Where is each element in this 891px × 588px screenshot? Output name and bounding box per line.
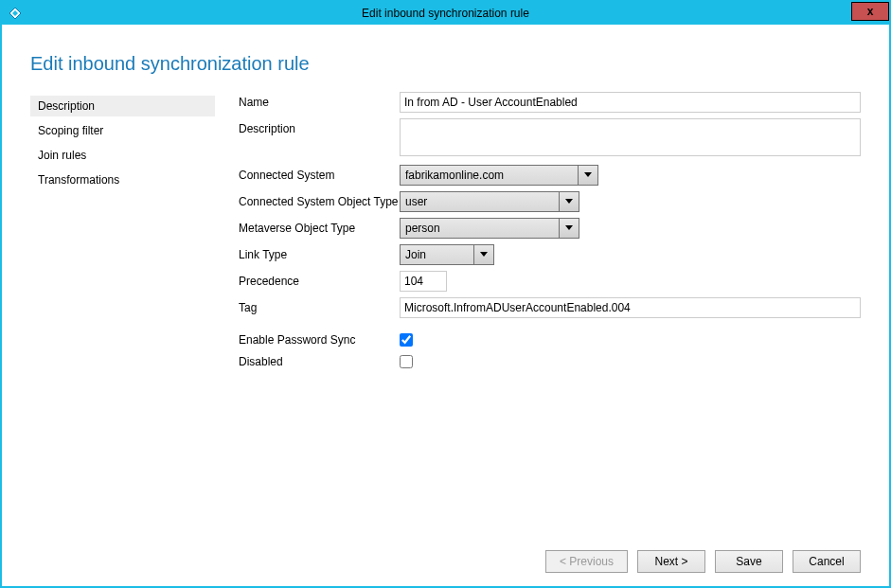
label-link-type: Link Type bbox=[239, 244, 400, 261]
close-icon: x bbox=[867, 5, 874, 18]
sidebar-item-join-rules[interactable]: Join rules bbox=[30, 145, 215, 166]
chevron-down-icon bbox=[560, 219, 579, 238]
link-type-value: Join bbox=[401, 245, 474, 264]
sidebar-item-label: Scoping filter bbox=[38, 124, 103, 137]
connected-system-value: fabrikamonline.com bbox=[401, 166, 579, 185]
label-enable-password-sync: Enable Password Sync bbox=[239, 330, 400, 347]
enable-password-sync-checkbox[interactable] bbox=[400, 333, 413, 347]
form-area: Name Description Connected System bbox=[215, 92, 861, 541]
sidebar-item-label: Join rules bbox=[38, 149, 86, 162]
mv-object-type-value: person bbox=[401, 219, 560, 238]
svg-marker-3 bbox=[565, 199, 573, 204]
footer: < Previous Next > Save Cancel bbox=[30, 541, 861, 573]
svg-marker-5 bbox=[480, 252, 488, 257]
sidebar: Description Scoping filter Join rules Tr… bbox=[30, 92, 215, 541]
label-tag: Tag bbox=[239, 297, 400, 314]
cs-object-type-value: user bbox=[401, 192, 560, 211]
app-icon bbox=[8, 6, 23, 21]
window-title: Edit inbound synchronization rule bbox=[2, 7, 889, 20]
close-button[interactable]: x bbox=[851, 2, 889, 21]
svg-marker-4 bbox=[565, 225, 573, 230]
sidebar-item-scoping-filter[interactable]: Scoping filter bbox=[30, 120, 215, 141]
page-title: Edit inbound synchronization rule bbox=[30, 53, 861, 75]
label-precedence: Precedence bbox=[239, 271, 400, 288]
sidebar-item-description[interactable]: Description bbox=[30, 96, 215, 116]
cs-object-type-select[interactable]: user bbox=[400, 191, 579, 212]
titlebar: Edit inbound synchronization rule x bbox=[2, 2, 889, 25]
chevron-down-icon bbox=[560, 192, 579, 211]
label-mv-object-type: Metaverse Object Type bbox=[239, 218, 400, 235]
name-input[interactable] bbox=[400, 92, 861, 113]
link-type-select[interactable]: Join bbox=[400, 244, 494, 265]
chevron-down-icon bbox=[579, 166, 597, 185]
save-button[interactable]: Save bbox=[715, 550, 783, 573]
previous-button[interactable]: < Previous bbox=[545, 550, 628, 573]
precedence-input[interactable] bbox=[400, 271, 447, 292]
chevron-down-icon bbox=[474, 245, 493, 264]
content-area: Edit inbound synchronization rule Descri… bbox=[2, 25, 889, 586]
cancel-button[interactable]: Cancel bbox=[793, 550, 861, 573]
mv-object-type-select[interactable]: person bbox=[400, 218, 579, 239]
label-description: Description bbox=[239, 118, 400, 135]
description-textarea[interactable] bbox=[400, 118, 861, 156]
sidebar-item-transformations[interactable]: Transformations bbox=[30, 169, 215, 190]
tag-input[interactable] bbox=[400, 297, 861, 318]
sidebar-item-label: Description bbox=[38, 99, 95, 113]
next-button[interactable]: Next > bbox=[637, 550, 705, 573]
dialog-window: Edit inbound synchronization rule x Edit… bbox=[0, 0, 891, 588]
label-cs-object-type: Connected System Object Type bbox=[239, 191, 400, 208]
disabled-checkbox[interactable] bbox=[400, 355, 413, 368]
body-row: Description Scoping filter Join rules Tr… bbox=[30, 92, 861, 541]
svg-marker-2 bbox=[584, 172, 592, 177]
sidebar-item-label: Transformations bbox=[38, 173, 119, 187]
label-name: Name bbox=[239, 92, 400, 109]
label-connected-system: Connected System bbox=[239, 165, 400, 182]
connected-system-select[interactable]: fabrikamonline.com bbox=[400, 165, 598, 186]
label-disabled: Disabled bbox=[239, 351, 400, 368]
